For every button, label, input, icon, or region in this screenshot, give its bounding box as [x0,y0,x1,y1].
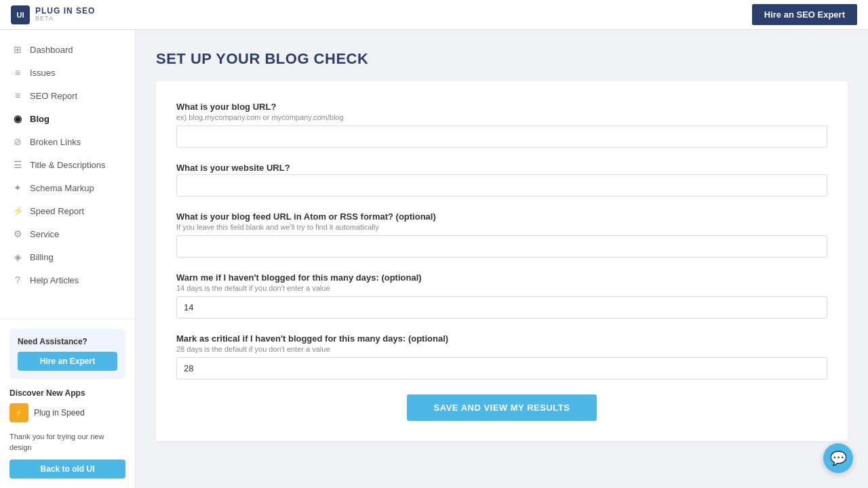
sidebar-label-broken-links: Broken Links [30,137,81,147]
thank-you-text: Thank you for trying our new design [9,432,125,453]
label-critical-days: Mark as critical if I haven't blogged fo… [176,333,827,344]
label-feed-url: What is your blog feed URL in Atom or RS… [176,211,827,222]
sidebar-item-billing[interactable]: ◈ Billing [0,245,135,268]
form-group-feed-url: What is your blog feed URL in Atom or RS… [176,211,827,258]
dashboard-icon: ⊞ [12,44,23,55]
input-blog-url[interactable] [176,125,827,148]
input-critical-days[interactable] [176,357,827,380]
need-assistance-title: Need Assistance? [18,337,117,346]
sidebar: ⊞ Dashboard ≡ Issues ≡ SEO Report ◉ Blog… [0,30,136,488]
form-group-website-url: What is your website URL? [176,163,827,197]
label-blog-url: What is your blog URL? [176,102,827,112]
sidebar-item-schema-markup[interactable]: ✦ Schema Markup [0,176,135,199]
hint-feed-url: If you leave this field blank and we'll … [176,223,827,231]
blog-icon: ◉ [12,113,23,124]
form-group-warn-days: Warn me if I haven't blogged for this ma… [176,272,827,319]
page-title: SET UP YOUR BLOG CHECK [156,50,848,68]
sidebar-label-speed-report: Speed Report [30,206,84,216]
form-card: What is your blog URL?ex) blog.mycompany… [156,81,848,441]
hire-expert-sidebar-button[interactable]: Hire an Expert [18,352,117,371]
hint-warn-days: 14 days is the default if you don't ente… [176,284,827,292]
sidebar-label-dashboard: Dashboard [30,45,73,55]
main-layout: ⊞ Dashboard ≡ Issues ≡ SEO Report ◉ Blog… [0,30,868,488]
service-icon: ⚙ [12,228,23,239]
logo-text: PLUG IN SEO BETA [35,7,95,22]
title-descriptions-icon: ☰ [12,159,23,170]
chat-icon: 💬 [830,450,847,466]
form-group-blog-url: What is your blog URL?ex) blog.mycompany… [176,102,827,148]
speed-report-icon: ⚡ [12,205,23,216]
plugin-speed-icon: ⚡ [9,403,28,422]
label-website-url: What is your website URL? [176,163,827,173]
hire-expert-topbar-button[interactable]: Hire an SEO Expert [752,4,857,25]
sidebar-nav: ⊞ Dashboard ≡ Issues ≡ SEO Report ◉ Blog… [0,30,135,319]
plugin-speed-app-item[interactable]: ⚡ Plug in Speed [9,403,125,422]
discover-apps-title: Discover New Apps [9,388,125,398]
sidebar-item-seo-report[interactable]: ≡ SEO Report [0,84,135,107]
input-website-url[interactable] [176,174,827,197]
sidebar-item-blog[interactable]: ◉ Blog [0,107,135,130]
sidebar-label-schema-markup: Schema Markup [30,183,94,193]
sidebar-item-help-articles[interactable]: ? Help Articles [0,268,135,291]
discover-apps-panel: Discover New Apps ⚡ Plug in Speed [9,388,125,422]
chat-bubble-button[interactable]: 💬 [823,443,853,473]
logo: UI PLUG IN SEO BETA [11,5,95,24]
sidebar-item-service[interactable]: ⚙ Service [0,222,135,245]
back-old-ui-button[interactable]: Back to old UI [9,460,125,479]
sidebar-label-title-descriptions: Title & Descriptions [30,160,106,170]
broken-links-icon: ⊘ [12,136,23,147]
seo-report-icon: ≡ [12,90,23,101]
hint-blog-url: ex) blog.mycompany.com or mycompany.com/… [176,113,827,121]
label-warn-days: Warn me if I haven't blogged for this ma… [176,272,827,283]
save-results-button[interactable]: SAVE AND VIEW MY RESULTS [407,394,597,421]
form-group-critical-days: Mark as critical if I haven't blogged fo… [176,333,827,380]
issues-icon: ≡ [12,67,23,78]
input-warn-days[interactable] [176,296,827,319]
sidebar-label-seo-report: SEO Report [30,91,77,101]
logo-icon: UI [11,5,30,24]
plugin-speed-name: Plug in Speed [34,408,85,418]
sidebar-item-title-descriptions[interactable]: ☰ Title & Descriptions [0,153,135,176]
input-feed-url[interactable] [176,235,827,258]
hint-critical-days: 28 days is the default if you don't ente… [176,345,827,353]
billing-icon: ◈ [12,251,23,262]
logo-beta-text: BETA [35,16,95,22]
sidebar-label-billing: Billing [30,252,54,262]
need-assistance-panel: Need Assistance? Hire an Expert [9,329,125,379]
sidebar-item-issues[interactable]: ≡ Issues [0,61,135,84]
schema-markup-icon: ✦ [12,182,23,193]
content-area: SET UP YOUR BLOG CHECK What is your blog… [136,30,868,488]
sidebar-bottom: Need Assistance? Hire an Expert Discover… [0,319,135,488]
sidebar-label-issues: Issues [30,68,56,78]
sidebar-label-help-articles: Help Articles [30,275,79,285]
sidebar-item-broken-links[interactable]: ⊘ Broken Links [0,130,135,153]
help-articles-icon: ? [12,274,23,285]
sidebar-item-dashboard[interactable]: ⊞ Dashboard [0,38,135,61]
sidebar-label-service: Service [30,229,59,239]
sidebar-label-blog: Blog [30,114,50,124]
topbar: UI PLUG IN SEO BETA Hire an SEO Expert [0,0,868,30]
sidebar-item-speed-report[interactable]: ⚡ Speed Report [0,199,135,222]
